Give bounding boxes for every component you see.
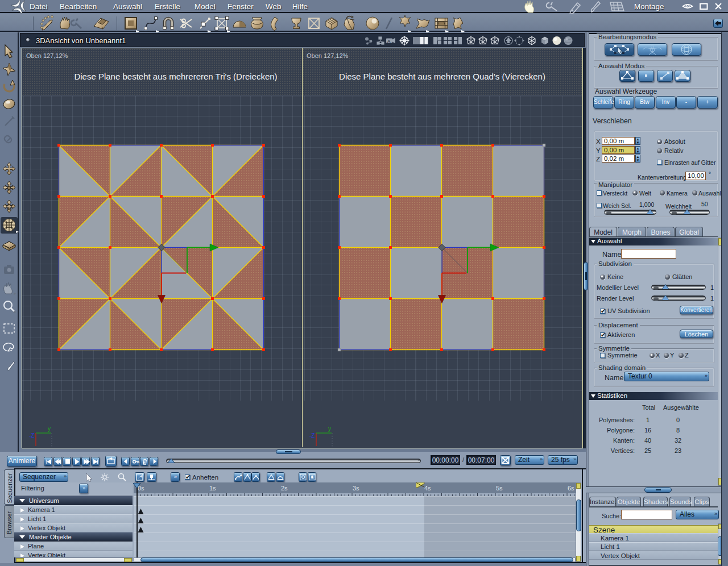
svg-text:A: A: [387, 39, 391, 44]
svg-text:y: y: [48, 426, 51, 432]
svg-text:-Z: -Z: [29, 432, 34, 439]
svg-text:y: y: [328, 426, 331, 432]
svg-text:-Z: -Z: [309, 432, 315, 439]
